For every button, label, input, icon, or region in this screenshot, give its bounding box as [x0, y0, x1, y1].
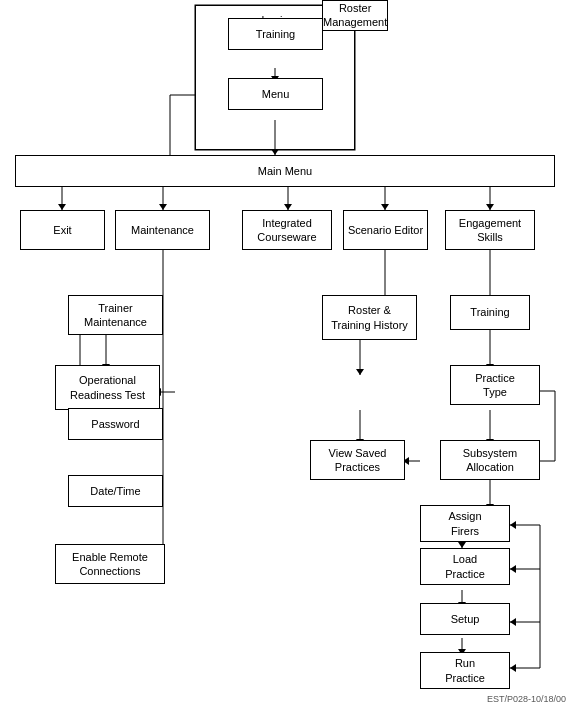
scenario-editor-box: Scenario Editor [343, 210, 428, 250]
subsystem-allocation-box: Subsystem Allocation [440, 440, 540, 480]
diagram: Login Training Menu Main Menu Exit Maint… [0, 0, 574, 708]
enable-remote-box: Enable Remote Connections [55, 544, 165, 584]
training-sub-box: Training [450, 295, 530, 330]
datetime-box: Date/Time [68, 475, 163, 507]
operational-readiness-box: Operational Readiness Test [55, 365, 160, 410]
training-box: Training [228, 18, 323, 50]
roster-training-history-box: Roster & Training History [322, 295, 417, 340]
roster-training-history-label: Roster & Training History [331, 303, 408, 332]
main-menu-box: Main Menu [15, 155, 555, 187]
load-practice-box: Load Practice [420, 548, 510, 585]
setup-box: Setup [420, 603, 510, 635]
practice-type-label: Practice Type [475, 371, 515, 400]
view-saved-practices-box: View Saved Practices [310, 440, 405, 480]
scenario-editor-label: Scenario Editor [348, 223, 423, 237]
maintenance-box: Maintenance [115, 210, 210, 250]
roster-management-box: Roster Management [322, 0, 388, 31]
svg-marker-59 [510, 565, 516, 573]
roster-management-label: Roster Management [323, 1, 387, 30]
trainer-maintenance-label: Trainer Maintenance [84, 301, 147, 330]
engagement-skills-box: Engagement Skills [445, 210, 535, 250]
enable-remote-label: Enable Remote Connections [72, 550, 148, 579]
svg-marker-63 [510, 664, 516, 672]
password-box: Password [68, 408, 163, 440]
svg-marker-41 [356, 369, 364, 375]
subsystem-allocation-label: Subsystem Allocation [463, 446, 517, 475]
svg-marker-61 [510, 618, 516, 626]
practice-type-box: Practice Type [450, 365, 540, 405]
integrated-courseware-box: Integrated Courseware [242, 210, 332, 250]
engagement-skills-label: Engagement Skills [446, 216, 534, 245]
operational-readiness-label: Operational Readiness Test [70, 373, 145, 402]
trainer-maintenance-box: Trainer Maintenance [68, 295, 163, 335]
watermark: EST/P028-10/18/00 [487, 694, 566, 704]
assign-firers-label: Assign Firers [448, 509, 481, 538]
svg-marker-57 [510, 521, 516, 529]
integrated-courseware-label: Integrated Courseware [243, 216, 331, 245]
run-practice-label: Run Practice [445, 656, 485, 685]
exit-box: Exit [20, 210, 105, 250]
load-practice-label: Load Practice [445, 552, 485, 581]
view-saved-practices-label: View Saved Practices [329, 446, 387, 475]
run-practice-box: Run Practice [420, 652, 510, 689]
menu-box: Menu [228, 78, 323, 110]
assign-firers-box: Assign Firers [420, 505, 510, 542]
